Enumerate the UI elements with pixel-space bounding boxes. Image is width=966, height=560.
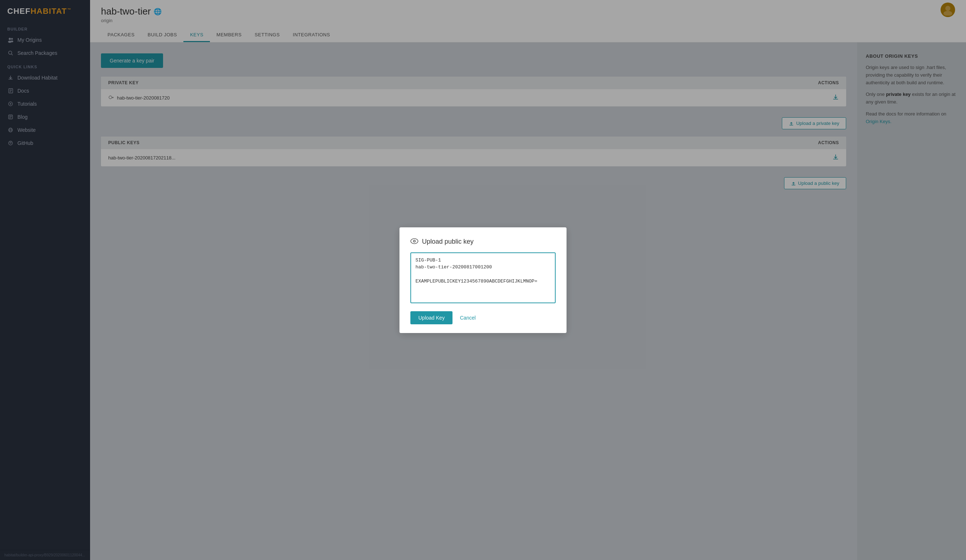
- public-key-textarea[interactable]: [411, 252, 555, 303]
- modal-actions: Upload Key Cancel: [411, 311, 555, 324]
- svg-point-28: [414, 240, 415, 242]
- eye-icon: [411, 238, 418, 246]
- upload-public-key-modal: Upload public key Upload Key Cancel: [399, 227, 567, 333]
- modal-overlay[interactable]: Upload public key Upload Key Cancel: [0, 0, 966, 560]
- modal-title: Upload public key: [411, 238, 555, 246]
- upload-key-button[interactable]: Upload Key: [411, 311, 452, 324]
- cancel-button[interactable]: Cancel: [458, 311, 477, 324]
